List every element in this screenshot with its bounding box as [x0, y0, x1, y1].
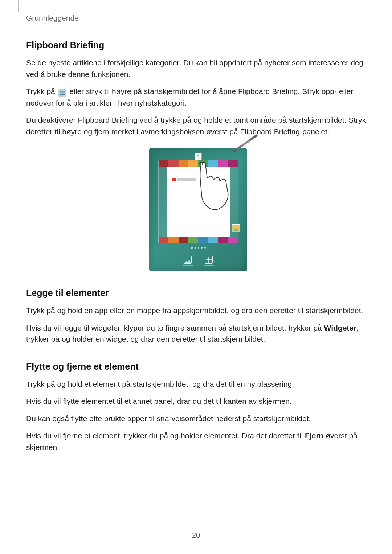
- svg-rect-1: [60, 91, 65, 92]
- illustration-container: [26, 148, 370, 271]
- flipboard-p2: Trykk på eller stryk til høyre på starts…: [26, 86, 370, 108]
- panel-preview: [158, 160, 238, 243]
- move-remove-p2: Hvis du vil flytte elementet til et anne…: [26, 395, 370, 407]
- color-strip-bottom: [159, 237, 238, 243]
- page-number: 20: [0, 531, 392, 539]
- checkbox-icon: [195, 153, 202, 160]
- grid-icon: [205, 256, 213, 264]
- move-remove-p1: Trykk på og hold et element på startskje…: [26, 378, 370, 390]
- image-icon: [184, 256, 192, 264]
- add-elements-p1: Trykk på og hold en app eller en mappe f…: [26, 305, 370, 316]
- breadcrumb: Grunnleggende: [26, 14, 79, 22]
- text-fragment: eller stryk til høyre på startskjermbild…: [26, 87, 353, 107]
- page-dots: [155, 247, 242, 249]
- flipboard-p1: Se de nyeste artiklene i forskjellige ka…: [26, 57, 370, 80]
- text-fragment: Hvis du vil legge til widgeter, klyper d…: [26, 324, 324, 332]
- bottom-icons-row: [155, 256, 242, 266]
- picture-icon: [232, 224, 240, 232]
- add-elements-p2: Hvis du vil legge til widgeter, klyper d…: [26, 322, 370, 345]
- hamburger-menu-icon: [58, 88, 66, 95]
- flipboard-heading: Flipboard Briefing: [26, 40, 370, 50]
- add-elements-heading: Legge til elementer: [26, 288, 370, 298]
- briefing-text-placeholder: [177, 178, 196, 181]
- text-fragment: Hvis du vil fjerne et element, trykker d…: [26, 431, 305, 440]
- move-remove-heading: Flytte og fjerne et element: [26, 361, 370, 372]
- flipboard-p3: Du deaktiverer Flipboard Briefing ved å …: [26, 114, 370, 137]
- fjern-bold: Fjern: [305, 431, 323, 440]
- wallpaper-option: [183, 256, 193, 266]
- briefing-label: [172, 178, 196, 181]
- svg-rect-3: [60, 94, 65, 95]
- page-tab-marker: [18, 0, 20, 12]
- tablet-illustration: [149, 148, 247, 271]
- white-card: [167, 167, 230, 237]
- move-remove-p3: Du kan også flytte ofte brukte apper til…: [26, 413, 370, 424]
- widgets-bold: Widgeter: [324, 324, 357, 332]
- color-strip-top: [159, 160, 238, 167]
- flipboard-icon: [172, 178, 176, 181]
- text-fragment: Trykk på: [26, 87, 57, 95]
- page-content: Flipboard Briefing Se de nyeste artiklen…: [26, 40, 370, 459]
- svg-rect-2: [60, 93, 65, 94]
- move-remove-p4: Hvis du vil fjerne et element, trykker d…: [26, 430, 370, 453]
- widgets-option: [204, 256, 214, 266]
